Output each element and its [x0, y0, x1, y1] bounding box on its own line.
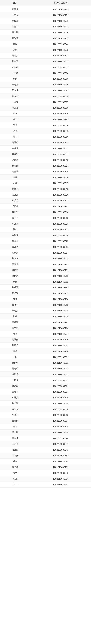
cell-name: 南赫伟	[0, 146, 30, 151]
table-row: 曹泽铭1202288939524	[0, 232, 91, 238]
cell-tracking-number: 1202288939505	[30, 76, 91, 82]
table-row: 尚磊1202288939510	[0, 122, 91, 128]
cell-name: 宋光森	[0, 24, 30, 30]
cell-name: 曹连兵	[0, 244, 30, 250]
cell-name: 王海龙	[0, 99, 30, 105]
table-container: 姓名 韵达快递单号 孙春晨1202216043769王龙飞12022160487…	[0, 0, 91, 488]
cell-name: 尚磊	[0, 122, 30, 128]
cell-name: 王兴亮	[0, 441, 30, 447]
cell-name: 黄江南	[0, 418, 30, 424]
cell-tracking-number: 1202288939527	[30, 250, 91, 256]
table-row: 梁欣1202288939523	[0, 227, 91, 232]
table-row: 书昌超1202216048789	[0, 204, 91, 209]
cell-tracking-number: 1202216048793	[30, 476, 91, 482]
cell-tracking-number: 1202288939541	[30, 441, 91, 447]
table-row: 包兴锋1202216048775	[0, 36, 91, 41]
cell-name: 魏斌	[0, 41, 30, 47]
cell-name: 伦志强	[0, 366, 30, 372]
cell-name: 曹志祥	[0, 215, 30, 221]
cell-tracking-number: 1202288939502	[30, 58, 91, 64]
cell-tracking-number: 1202288939511	[30, 151, 91, 157]
cell-name: 韩欺华	[0, 342, 30, 348]
cell-name: 书昌超	[0, 204, 30, 209]
table-row: 化鹤轩1202216043791	[0, 360, 91, 366]
col-header-tracking: 韵达快递单号	[30, 0, 91, 6]
cell-tracking-number: 1202288939516	[30, 174, 91, 180]
cell-tracking-number: 1202288939529	[30, 314, 91, 320]
cell-name: 张博	[0, 331, 30, 337]
table-row: 刘鉴1202288939516	[0, 174, 91, 180]
table-row: 杜金辉1202288939502	[0, 58, 91, 64]
cell-tracking-number: 1202216048783	[30, 285, 91, 290]
cell-tracking-number: 1202288939528	[30, 256, 91, 262]
cell-name: 肖开先	[0, 447, 30, 453]
table-row: 陈文英1202288939523	[0, 221, 91, 227]
cell-name: 徐泽平	[0, 412, 30, 418]
cell-name: 贾忠强	[0, 30, 30, 36]
cell-tracking-number: 1202288939535	[30, 400, 91, 406]
cell-tracking-number: 1202288939848	[30, 116, 91, 122]
cell-tracking-number: 1202288939507	[30, 99, 91, 105]
table-row: 南赫伟1202288939511	[0, 146, 91, 151]
cell-tracking-number: 1202288939504	[30, 70, 91, 76]
table-row: 李国盛1202288939540	[0, 435, 91, 441]
table-row: 曹义元1202288939536	[0, 406, 91, 412]
table-row: 海军1202288939550	[0, 134, 91, 140]
cell-name: 钟君妙	[0, 267, 30, 273]
cell-name: 休命霞	[0, 157, 30, 163]
table-row: 武一强1202288939539	[0, 430, 91, 435]
table-row: 王海龙1202288939507	[0, 99, 91, 105]
cell-tracking-number: 1202288939523	[30, 227, 91, 232]
cell-tracking-number: 1202216048785	[30, 302, 91, 308]
cell-name: 陈柏安	[0, 290, 30, 296]
cell-name: 李真良	[0, 262, 30, 267]
cell-name: 黄华	[0, 470, 30, 476]
cell-tracking-number: 1202288939512	[30, 140, 91, 146]
table-row: 檀世彦1202216043780	[0, 273, 91, 279]
cell-name: 杜金辉	[0, 58, 30, 64]
table-row: 王忠义1202216048778	[0, 308, 91, 314]
table-row: 魏建邦1202288939501	[0, 53, 91, 58]
cell-tracking-number: 1202216048781	[30, 267, 91, 273]
cell-name: 肖晨成	[0, 372, 30, 378]
cell-name: 谢晓	[0, 47, 30, 53]
table-row: 王阳1202288939531	[0, 354, 91, 360]
cell-name: 王瑞晨	[0, 378, 30, 383]
cell-tracking-number: 1202288939544	[30, 458, 91, 464]
table-row: 王龙飞1202216048771	[0, 12, 91, 18]
table-row: 伦志强1202216043791	[0, 366, 91, 372]
cell-name: 杨健	[0, 348, 30, 354]
table-row: 贾文杰1202288939519	[0, 192, 91, 198]
cell-tracking-number: 1202288939525	[30, 238, 91, 244]
table-row: 杨健1202216043776	[0, 348, 91, 354]
cell-name: 孙春晨	[0, 6, 30, 12]
cell-name: 杨志豪	[0, 163, 30, 169]
cell-tracking-number: 1202216048775	[30, 36, 91, 41]
table-row: 代市1202288939848	[0, 116, 91, 122]
table-row: 明华杨1202288939503	[0, 64, 91, 70]
table-row: 符财发1202288939534	[0, 383, 91, 389]
cell-tracking-number: 1202288939511	[30, 146, 91, 151]
table-row: 曹志祥1202288939523	[0, 215, 91, 221]
cell-name: 暴彦辉	[0, 151, 30, 157]
table-row: 韩欺华1202288939551	[0, 342, 91, 348]
table-row: 杨志豪1202288939514	[0, 163, 91, 169]
cell-tracking-number: 1202288939536	[30, 406, 91, 412]
cell-name: 周航	[0, 279, 30, 285]
cell-name: 武一强	[0, 430, 30, 435]
cell-tracking-number: 1202288939538	[30, 412, 91, 418]
cell-tracking-number: 1202288939526	[30, 244, 91, 250]
cell-name: 刘鉴	[0, 174, 30, 180]
cell-tracking-number: 1202288939530	[30, 337, 91, 342]
cell-tracking-number: 1202216048777	[30, 331, 91, 337]
table-row: 阔光群1202288939515	[0, 169, 91, 174]
cell-tracking-number: 1202216048789	[30, 204, 91, 209]
cell-tracking-number: 1202216048772	[30, 24, 91, 30]
cell-name: 李国盛	[0, 435, 30, 441]
table-row: 卢城1202288939517	[0, 180, 91, 186]
cell-name: 孙雨木	[0, 94, 30, 99]
table-row: 黄江南1202288939537	[0, 418, 91, 424]
cell-tracking-number: 1202216043769	[30, 6, 91, 12]
cell-tracking-number: 1202288939501	[30, 53, 91, 58]
cell-tracking-number: 1202288939517	[30, 180, 91, 186]
